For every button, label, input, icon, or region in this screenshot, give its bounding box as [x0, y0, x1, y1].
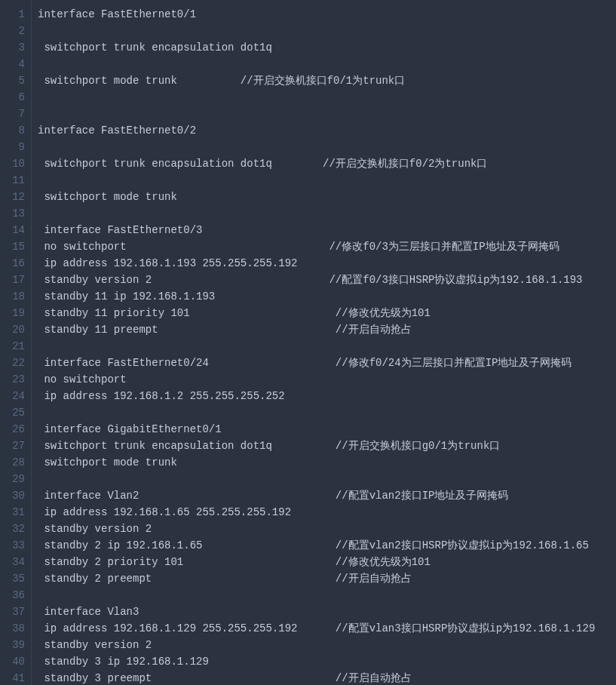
code-line: standby 11 priority 101 //修改优先级为101	[38, 305, 616, 321]
line-number: 6	[0, 89, 25, 106]
line-number: 33	[0, 537, 25, 554]
line-number: 11	[0, 172, 25, 189]
line-number: 26	[0, 421, 25, 438]
code-text: ip address 192.168.1.193 255.255.255.192	[38, 255, 297, 272]
code-area: interface FastEthernet0/1 switchport tru…	[32, 0, 616, 685]
code-line: standby version 2	[38, 637, 616, 653]
code-editor: 1234567891011121314151617181920212223242…	[0, 0, 616, 685]
code-line: standby 11 ip 192.168.1.193	[38, 288, 616, 305]
code-line: interface Vlan3	[38, 604, 616, 620]
line-number: 40	[0, 653, 25, 670]
code-line	[38, 56, 616, 72]
code-line: interface Vlan2 //配置vlan2接口IP地址及子网掩码	[38, 487, 616, 504]
code-text: no switchport	[38, 371, 127, 388]
line-number: 20	[0, 321, 25, 338]
code-line: no switchport //修改f0/3为三层接口并配置IP地址及子网掩码	[38, 238, 616, 255]
code-text: standby version 2	[38, 637, 152, 653]
line-number: 9	[0, 139, 25, 155]
code-text: standby version 2	[38, 521, 152, 537]
code-text: interface FastEthernet0/3	[38, 222, 202, 238]
line-number: 15	[0, 238, 25, 255]
line-number: 7	[0, 106, 25, 122]
line-number: 18	[0, 288, 25, 305]
code-line: interface FastEthernet0/1	[38, 6, 616, 23]
code-text: standby 2 ip 192.168.1.65 //配置vlan2接口HSR…	[38, 537, 589, 554]
code-text: ip address 192.168.1.2 255.255.255.252	[38, 388, 285, 404]
code-text: interface FastEthernet0/2	[38, 122, 196, 139]
code-line: standby version 2	[38, 521, 616, 537]
code-text: standby 11 priority 101 //修改优先级为101	[38, 305, 431, 321]
line-number: 31	[0, 504, 25, 521]
code-text: standby 2 priority 101 //修改优先级为101	[38, 554, 431, 570]
line-number: 23	[0, 371, 25, 388]
code-line: standby 2 priority 101 //修改优先级为101	[38, 554, 616, 570]
line-number-gutter: 1234567891011121314151617181920212223242…	[0, 0, 32, 685]
code-text: standby 3 ip 192.168.1.129	[38, 653, 209, 670]
code-text: interface Vlan2 //配置vlan2接口IP地址及子网掩码	[38, 487, 508, 504]
code-line: interface FastEthernet0/24 //修改f0/24为三层接…	[38, 355, 616, 371]
line-number: 13	[0, 205, 25, 222]
line-number: 5	[0, 72, 25, 89]
code-line: switchport mode trunk //开启交换机接口f0/1为trun…	[38, 72, 616, 89]
line-number: 35	[0, 570, 25, 587]
code-text: standby version 2 //配置f0/3接口HSRP协议虚拟ip为1…	[38, 272, 583, 288]
line-number: 30	[0, 487, 25, 504]
code-text: ip address 192.168.1.65 255.255.255.192	[38, 504, 291, 521]
code-line: switchport mode trunk	[38, 189, 616, 205]
code-text: standby 3 preempt //开启自动抢占	[38, 670, 412, 685]
line-number: 32	[0, 521, 25, 537]
code-line: switchport trunk encapsulation dot1q //开…	[38, 155, 616, 172]
code-line: interface GigabitEthernet0/1	[38, 421, 616, 438]
code-text: switchport trunk encapsulation dot1q	[38, 39, 272, 56]
code-line	[38, 587, 616, 604]
code-text: standby 11 ip 192.168.1.193	[38, 288, 215, 305]
code-line: ip address 192.168.1.193 255.255.255.192	[38, 255, 616, 272]
code-line: standby 3 preempt //开启自动抢占	[38, 670, 616, 685]
line-number: 28	[0, 454, 25, 471]
code-line: standby 11 preempt //开启自动抢占	[38, 321, 616, 338]
code-text: standby 11 preempt //开启自动抢占	[38, 321, 412, 338]
code-line: no switchport	[38, 371, 616, 388]
code-line	[38, 172, 616, 189]
code-line	[38, 139, 616, 155]
line-number: 17	[0, 272, 25, 288]
line-number: 10	[0, 155, 25, 172]
code-line	[38, 89, 616, 106]
code-text: interface FastEthernet0/24 //修改f0/24为三层接…	[38, 355, 572, 371]
code-line: ip address 192.168.1.129 255.255.255.192…	[38, 620, 616, 637]
code-text: no switchport //修改f0/3为三层接口并配置IP地址及子网掩码	[38, 238, 559, 255]
code-text: standby 2 preempt //开启自动抢占	[38, 570, 412, 587]
line-number: 29	[0, 471, 25, 487]
code-text: interface GigabitEthernet0/1	[38, 421, 222, 438]
code-text: ip address 192.168.1.129 255.255.255.192…	[38, 620, 595, 637]
code-line: ip address 192.168.1.65 255.255.255.192	[38, 504, 616, 521]
line-number: 34	[0, 554, 25, 570]
line-number: 4	[0, 56, 25, 72]
line-number: 22	[0, 355, 25, 371]
line-number: 1	[0, 6, 25, 23]
code-line: interface FastEthernet0/3	[38, 222, 616, 238]
line-number: 37	[0, 604, 25, 620]
line-number: 12	[0, 189, 25, 205]
line-number: 14	[0, 222, 25, 238]
line-number: 38	[0, 620, 25, 637]
line-number: 27	[0, 438, 25, 454]
line-number: 3	[0, 39, 25, 56]
line-number: 36	[0, 587, 25, 604]
line-number: 21	[0, 338, 25, 355]
code-line: standby 2 ip 192.168.1.65 //配置vlan2接口HSR…	[38, 537, 616, 554]
code-line: switchport trunk encapsulation dot1q	[38, 39, 616, 56]
line-number: 24	[0, 388, 25, 404]
code-text: switchport mode trunk	[38, 454, 177, 471]
code-line	[38, 404, 616, 421]
code-line: standby version 2 //配置f0/3接口HSRP协议虚拟ip为1…	[38, 272, 616, 288]
code-line: switchport trunk encapsulation dot1q //开…	[38, 438, 616, 454]
code-text: switchport trunk encapsulation dot1q //开…	[38, 155, 487, 172]
code-text: switchport mode trunk	[38, 189, 177, 205]
line-number: 16	[0, 255, 25, 272]
code-line	[38, 106, 616, 122]
line-number: 25	[0, 404, 25, 421]
code-line: standby 3 ip 192.168.1.129	[38, 653, 616, 670]
line-number: 41	[0, 670, 25, 685]
code-line: standby 2 preempt //开启自动抢占	[38, 570, 616, 587]
